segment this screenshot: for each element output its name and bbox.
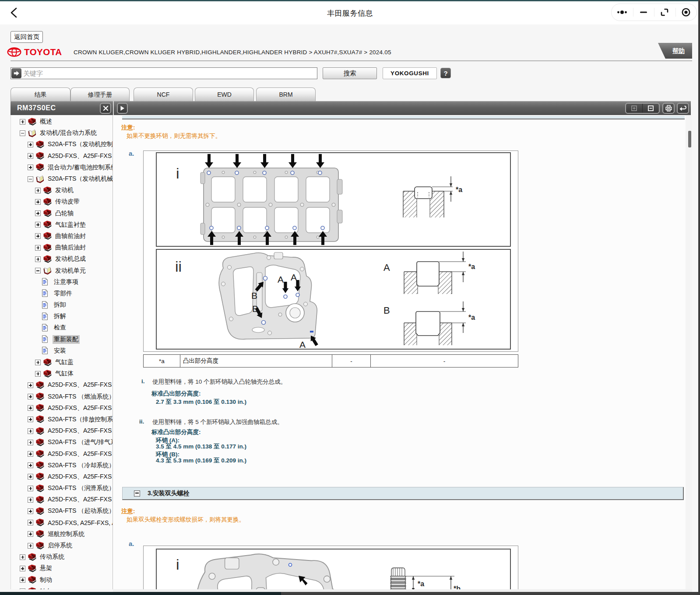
search-go-icon[interactable] <box>11 68 21 78</box>
tree-item[interactable]: 发动机总成 <box>11 253 113 265</box>
tree-item-label[interactable]: A25D-FXS、A25F-FXS、A25A <box>46 495 113 504</box>
expand-icon[interactable] <box>35 188 41 193</box>
expand-icon[interactable] <box>28 451 33 457</box>
tree-item[interactable]: 巡航控制系统 <box>11 528 113 540</box>
expand-icon[interactable] <box>28 474 33 480</box>
collapse-icon[interactable] <box>28 176 33 182</box>
expand-icon[interactable] <box>35 210 41 216</box>
tree-item[interactable]: 气缸盖 <box>11 357 113 368</box>
tree-item-label[interactable]: 巡航控制系统 <box>46 530 86 539</box>
print-icon[interactable] <box>662 103 675 114</box>
tree-item[interactable]: 发动机 <box>11 185 113 196</box>
maximize-icon[interactable] <box>654 4 675 21</box>
tree-item[interactable]: A25D-FXS、A25F-FXS、A25A <box>11 448 113 459</box>
tree-item-label[interactable]: 发动机 <box>54 186 75 195</box>
close-tree-icon[interactable] <box>100 103 111 114</box>
tree-item-label[interactable]: 气缸盖 <box>54 358 75 367</box>
tree-item[interactable]: 凸轮轴 <box>11 208 113 219</box>
content-scrollbar[interactable] <box>686 115 692 589</box>
tree-item[interactable]: 重新装配 <box>11 334 113 345</box>
tree-item-label[interactable]: 传动系统 <box>39 553 66 561</box>
tree-item[interactable]: S20A-FTS（发动机机械部件） <box>11 173 113 185</box>
tree-item-label[interactable]: A25D-FXS, A25F-FXS, A25A <box>46 519 113 527</box>
expand-icon[interactable] <box>20 577 25 583</box>
back-home-button[interactable]: 返回首页 <box>11 31 43 43</box>
tree-item[interactable]: S20A-FTS （润滑系统） <box>11 483 113 494</box>
tree-item[interactable]: 传动皮带 <box>11 196 113 207</box>
expand-icon[interactable] <box>35 222 41 228</box>
tree-item-label[interactable]: 注意事项 <box>53 278 80 287</box>
tab-结果[interactable]: 结果 <box>11 88 70 102</box>
tree-item[interactable]: A25D-FXS、A25F-FXS、A25A <box>11 471 113 483</box>
tree-item-label[interactable]: S20A-FTS （起动系统） <box>46 507 113 515</box>
tree-item-label[interactable]: 悬架 <box>39 564 53 573</box>
tree-item[interactable]: 曲轴前油封 <box>11 231 113 242</box>
expand-icon[interactable] <box>28 440 33 445</box>
tree-item[interactable]: 发动机单元 <box>11 265 113 276</box>
tree-item-label[interactable]: A25D-FXS、A25F-FXS、A25A <box>46 472 113 481</box>
tree-item[interactable]: 制动 <box>11 574 113 586</box>
tree-item-label[interactable]: 拆卸 <box>53 301 67 309</box>
tree-item-label[interactable]: 发动机总成 <box>54 255 87 263</box>
tree-item[interactable]: 安装 <box>11 345 113 357</box>
tree-item[interactable]: 气缸体 <box>11 368 113 379</box>
tree-item-label[interactable]: A25D-FXS、A25F-FXS、A25A <box>46 450 113 458</box>
tab-修理手册[interactable]: 修理手册 <box>70 88 130 102</box>
tab-BRM[interactable]: BRM <box>256 88 316 102</box>
expand-icon[interactable] <box>28 462 33 468</box>
tree-item-label[interactable]: 气缸体 <box>54 369 75 378</box>
tree-item[interactable]: A25D-FXS、A25F-FXS、A25A <box>11 494 113 505</box>
minimize-icon[interactable] <box>633 4 654 21</box>
tree-item[interactable]: S20A-FTS （进气/排气系统） <box>11 437 113 448</box>
tree-item-label[interactable]: S20A-FTS（发动机控制系统） <box>46 140 113 149</box>
record-icon[interactable] <box>675 4 697 21</box>
return-icon[interactable] <box>677 103 689 114</box>
tree-item[interactable]: 注意事项 <box>11 276 113 288</box>
tree-item-label[interactable]: S20A-FTS（排放控制系统） <box>46 415 113 424</box>
tree-item[interactable]: A25D-FXS、A25F-FXS、A25A <box>11 150 113 162</box>
tree-item[interactable]: 拆卸 <box>11 299 113 311</box>
tree-item-label[interactable]: 混合动力/蓄电池控制系统 <box>46 163 113 172</box>
tab-NCF[interactable]: NCF <box>134 88 193 102</box>
tree-item[interactable]: 检查 <box>11 322 113 333</box>
tree-item-label[interactable]: 概述 <box>39 117 53 126</box>
search-button[interactable]: 搜索 <box>323 67 377 79</box>
expand-icon[interactable] <box>20 119 25 125</box>
expand-icon[interactable] <box>28 164 33 170</box>
tree-item[interactable]: 悬架 <box>11 563 113 574</box>
expand-icon[interactable] <box>28 543 33 549</box>
tree-item[interactable]: 传动系统 <box>11 551 113 563</box>
tree-item-label[interactable]: 发动机单元 <box>54 266 87 275</box>
tab-EWD[interactable]: EWD <box>195 88 254 102</box>
tree-item-label[interactable]: 曲轴后油封 <box>54 243 87 252</box>
tree-item[interactable]: 零部件 <box>11 288 113 299</box>
tree-item[interactable]: S20A-FTS （起动系统） <box>11 505 113 517</box>
tree-item[interactable]: 拆解 <box>11 311 113 322</box>
expand-icon[interactable] <box>35 245 41 251</box>
expand-icon[interactable] <box>28 497 33 503</box>
expand-icon[interactable] <box>28 428 33 434</box>
collapse-section-icon[interactable] <box>134 490 140 497</box>
tree-item[interactable]: S20A-FTS （燃油系统） <box>11 391 113 402</box>
expand-icon[interactable] <box>28 142 33 147</box>
tree-item-label[interactable]: 安装 <box>53 346 67 355</box>
tree-item[interactable]: 曲轴后油封 <box>11 242 113 253</box>
tree-item-label[interactable]: 启停系统 <box>46 541 74 550</box>
tree-item[interactable]: A25D-FXS、A25F-FXS、A25A <box>11 402 113 414</box>
tree-item[interactable]: 转向 <box>11 586 113 589</box>
expand-icon[interactable] <box>20 566 25 571</box>
expand-icon[interactable] <box>28 405 33 411</box>
tree-item-label[interactable]: 凸轮轴 <box>54 209 75 218</box>
tree-item-label[interactable]: 发动机/混合动力系统 <box>39 129 98 137</box>
tree-item-label[interactable]: 制动 <box>39 576 53 584</box>
expand-icon[interactable] <box>28 153 33 159</box>
tree-item-label[interactable]: A25D-FXS、A25F-FXS、A25A <box>46 404 113 413</box>
collapse-all-icon[interactable] <box>642 104 659 113</box>
tree-item-label[interactable]: A25D-FXS、A25F-FXS、A25A <box>46 427 113 435</box>
search-help-icon[interactable]: ? <box>440 68 451 78</box>
expand-icon[interactable] <box>28 486 33 491</box>
tree-item[interactable]: 启停系统 <box>11 540 113 551</box>
tree-item-label[interactable]: 拆解 <box>53 312 67 321</box>
search-input[interactable] <box>23 68 314 79</box>
tree-item[interactable]: 概述 <box>11 116 113 127</box>
